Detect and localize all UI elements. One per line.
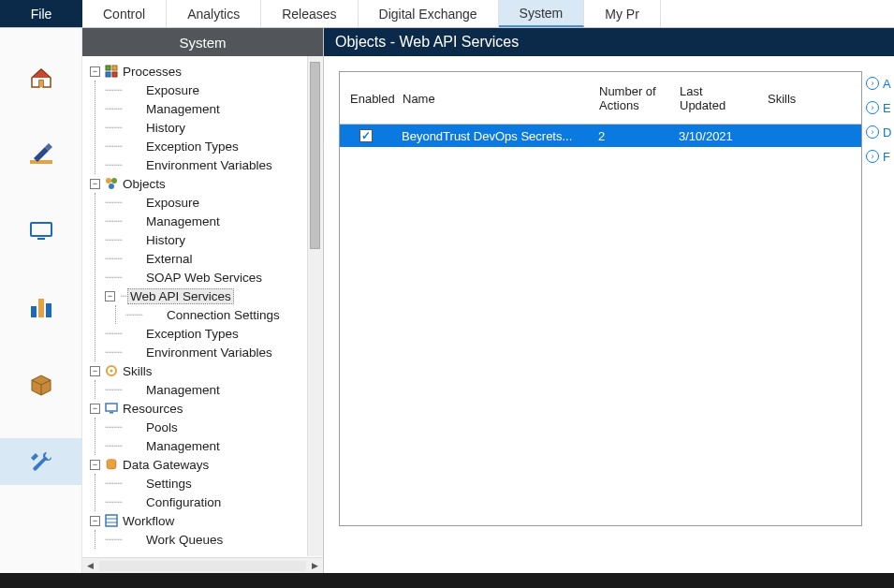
col-skills[interactable]: Skills: [757, 72, 861, 124]
tree-node-web-api[interactable]: − ┈ Web API Services: [105, 287, 323, 305]
tab-control[interactable]: Control: [82, 0, 167, 27]
scrollbar-track[interactable]: [99, 561, 306, 571]
tree-wrapper: − Processes ┈┈┈Exposure ┈┈┈Management ┈┈…: [82, 56, 323, 557]
tree-leaf[interactable]: ┈┈┈Environment Variables: [105, 343, 323, 361]
tree-leaf[interactable]: ┈┈┈Management: [105, 436, 323, 455]
nav-monitor[interactable]: [0, 208, 82, 255]
collapse-icon[interactable]: −: [90, 404, 100, 414]
tree-leaf-history[interactable]: ┈┈┈History: [105, 118, 323, 137]
scroll-right-icon[interactable]: ▶: [307, 558, 323, 574]
svg-rect-2: [31, 223, 51, 236]
grid-row-selected[interactable]: ✓ BeyondTrust DevOps Secrets... 2 3/10/2…: [340, 125, 861, 147]
tree-leaf[interactable]: ┈┈┈History: [105, 230, 323, 249]
collapse-icon[interactable]: −: [90, 460, 100, 470]
tree-node-gateways[interactable]: − Data Gateways: [84, 455, 323, 474]
tab-digital-exchange[interactable]: Digital Exchange: [359, 0, 499, 27]
collapse-icon[interactable]: −: [90, 366, 100, 376]
nav-analytics[interactable]: [0, 285, 82, 331]
tools-icon: [28, 448, 54, 475]
tree-leaf[interactable]: ┈┈┈Configuration: [105, 492, 323, 511]
tree-leaf[interactable]: ┈┈┈SOAP Web Services: [105, 268, 323, 287]
svg-rect-0: [39, 81, 43, 87]
tree-panel: System − Processes ┈┈┈Exposure ┈┈┈Manage…: [82, 28, 324, 573]
tree-panel-header: System: [82, 28, 323, 56]
main-body: Enabled Name Number of Actions Last Upda…: [324, 56, 894, 573]
tab-analytics[interactable]: Analytics: [167, 0, 261, 27]
cell-enabled[interactable]: ✓: [340, 129, 392, 142]
svg-rect-10: [112, 72, 117, 77]
action-link[interactable]: ›D: [866, 120, 894, 144]
tree-node-skills[interactable]: − Skills: [84, 361, 323, 380]
status-bar: [0, 573, 894, 588]
objects-icon: [104, 176, 119, 191]
tree-view[interactable]: − Processes ┈┈┈Exposure ┈┈┈Management ┈┈…: [82, 56, 323, 556]
tree-label: Workflow: [123, 514, 174, 528]
action-link[interactable]: ›A: [866, 71, 894, 96]
action-link[interactable]: ›E: [866, 96, 894, 120]
tree-leaf-connection-settings[interactable]: ┈┈┈Connection Settings: [125, 305, 323, 324]
svg-rect-8: [112, 66, 117, 70]
tree-label: Resources: [123, 402, 183, 416]
scrollbar-thumb[interactable]: [310, 62, 320, 249]
tree-leaf[interactable]: ┈┈┈Exposure: [105, 193, 323, 212]
tree-leaf-management[interactable]: ┈┈┈Management: [105, 99, 323, 118]
tree-node-workflow[interactable]: − Workflow: [84, 511, 323, 530]
arrow-right-icon: ›: [866, 150, 879, 163]
svg-point-15: [110, 370, 113, 373]
tree-horizontal-scrollbar[interactable]: ◀ ▶: [82, 557, 323, 573]
col-updated[interactable]: Last Updated: [669, 72, 757, 124]
tree-node-objects[interactable]: − Objects: [84, 174, 323, 193]
data-grid[interactable]: Enabled Name Number of Actions Last Upda…: [339, 71, 862, 526]
gear-icon: [104, 363, 119, 378]
cell-actions: 2: [589, 129, 669, 143]
arrow-right-icon: ›: [866, 125, 879, 139]
home-icon: [28, 65, 54, 91]
collapse-icon[interactable]: −: [90, 179, 100, 189]
tree-label-selected: Web API Services: [127, 288, 234, 304]
action-link[interactable]: ›F: [866, 144, 894, 169]
col-name[interactable]: Name: [392, 72, 589, 124]
tree-leaf-exception-types[interactable]: ┈┈┈Exception Types: [105, 137, 323, 155]
tree-leaf[interactable]: ┈┈┈Management: [105, 212, 323, 230]
package-icon: [28, 372, 54, 398]
tab-my-profile[interactable]: My Pr: [584, 0, 661, 27]
bar-chart-icon: [28, 295, 54, 321]
tree-leaf[interactable]: ┈┈┈Pools: [105, 418, 323, 436]
tree-leaf[interactable]: ┈┈┈Management: [105, 380, 323, 399]
col-enabled[interactable]: Enabled: [340, 72, 392, 124]
checkbox-checked-icon[interactable]: ✓: [359, 129, 373, 142]
svg-rect-6: [46, 303, 51, 317]
nav-releases[interactable]: [0, 361, 82, 408]
cell-updated: 3/10/2021: [669, 129, 757, 143]
nav-design[interactable]: [0, 131, 82, 178]
processes-icon: [104, 64, 119, 79]
tab-releases[interactable]: Releases: [261, 0, 358, 27]
left-icon-strip: [0, 28, 82, 573]
arrow-right-icon: ›: [866, 77, 879, 90]
scroll-left-icon[interactable]: ◀: [82, 558, 98, 574]
tree-leaf[interactable]: ┈┈┈Settings: [105, 474, 323, 492]
tab-system[interactable]: System: [499, 0, 585, 27]
col-actions[interactable]: Number of Actions: [589, 72, 669, 124]
nav-system[interactable]: [0, 438, 82, 485]
collapse-icon[interactable]: −: [90, 516, 100, 526]
collapse-icon[interactable]: −: [105, 291, 115, 301]
tree-node-resources[interactable]: − Resources: [84, 399, 323, 418]
tree-leaf-exposure[interactable]: ┈┈┈Exposure: [105, 81, 323, 99]
collapse-icon[interactable]: −: [90, 66, 100, 77]
tree-leaf[interactable]: ┈┈┈Exception Types: [105, 324, 323, 343]
grid-wrapper: Enabled Name Number of Actions Last Upda…: [324, 56, 866, 573]
svg-point-11: [106, 178, 111, 184]
nav-home[interactable]: [0, 54, 82, 101]
tree-leaf[interactable]: ┈┈┈Work Queues: [105, 530, 323, 549]
svg-rect-16: [106, 404, 117, 411]
content-area: System − Processes ┈┈┈Exposure ┈┈┈Manage…: [0, 28, 894, 573]
main-header: Objects - Web API Services: [324, 28, 894, 56]
tree-leaf-env-vars[interactable]: ┈┈┈Environment Variables: [105, 155, 323, 174]
action-link-column: ›A ›E ›D ›F: [866, 56, 894, 573]
grid-header-row: Enabled Name Number of Actions Last Upda…: [340, 72, 861, 125]
tree-leaf[interactable]: ┈┈┈External: [105, 249, 323, 268]
tree-vertical-scrollbar[interactable]: [307, 56, 323, 556]
file-menu-button[interactable]: File: [0, 0, 82, 27]
tree-node-processes[interactable]: − Processes: [84, 62, 323, 81]
